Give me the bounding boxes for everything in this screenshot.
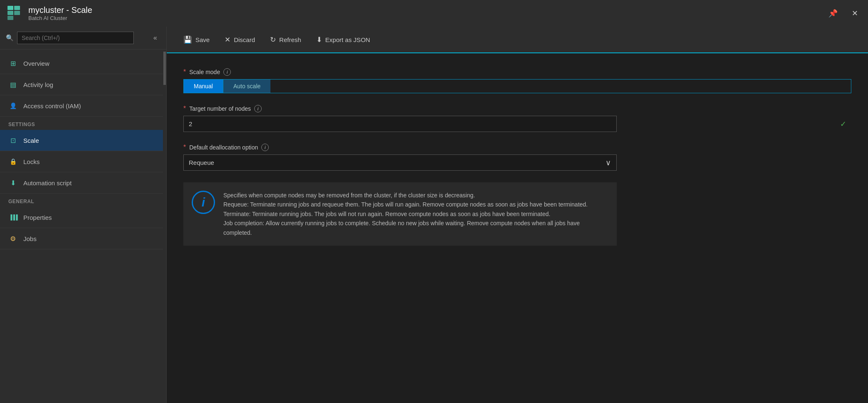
info-box-text: Specifies when compute nodes may be remo… — [223, 191, 608, 237]
scale-mode-info-icon[interactable]: i — [223, 68, 231, 76]
sidebar-item-label: Automation script — [23, 179, 72, 187]
discard-button[interactable]: ✕ Discard — [218, 30, 262, 49]
page-title: mycluster - Scale — [28, 5, 826, 15]
properties-icon — [8, 213, 18, 222]
target-nodes-info-icon[interactable]: i — [254, 105, 262, 112]
target-nodes-group: * Target number of nodes i ✓ — [183, 105, 851, 132]
sidebar-item-label: Locks — [23, 158, 40, 165]
page-subtitle: Batch AI Cluster — [28, 15, 826, 21]
svg-rect-4 — [14, 11, 20, 15]
target-nodes-input-wrap: ✓ — [183, 116, 851, 132]
sidebar-scrollbar[interactable] — [163, 52, 166, 403]
sidebar-item-label: Scale — [23, 137, 39, 144]
sidebar-item-jobs[interactable]: Jobs — [0, 228, 166, 249]
main-layout: 🔍 « Overview Activity log Access control… — [0, 27, 868, 403]
sidebar-item-automation-script[interactable]: Automation script — [0, 172, 166, 194]
auto-scale-button[interactable]: Auto scale — [223, 80, 270, 93]
sidebar-item-label: Access control (IAM) — [23, 102, 81, 109]
title-bar: mycluster - Scale Batch AI Cluster 📌 ✕ — [0, 0, 868, 27]
deallocation-dropdown[interactable]: Requeue Terminate Job completion — [183, 154, 617, 171]
sidebar-nav: Overview Activity log Access control (IA… — [0, 50, 166, 403]
sidebar-item-access-control[interactable]: Access control (IAM) — [0, 95, 166, 117]
locks-icon — [8, 157, 18, 166]
sidebar-scrollbar-thumb — [163, 52, 166, 85]
app-icon — [7, 5, 23, 22]
sidebar-item-label: Properties — [23, 214, 52, 221]
scale-mode-label-row: * Scale mode i — [183, 68, 851, 76]
title-bar-text: mycluster - Scale Batch AI Cluster — [28, 5, 826, 21]
settings-section-header: SETTINGS — [0, 117, 166, 130]
sidebar-item-label: Overview — [23, 60, 50, 67]
sidebar: 🔍 « Overview Activity log Access control… — [0, 27, 167, 403]
scale-mode-group: * Scale mode i Manual Auto scale — [183, 68, 851, 93]
sidebar-search-area: 🔍 « — [0, 27, 166, 50]
general-section-header: GENERAL — [0, 194, 166, 207]
pin-button[interactable]: 📌 — [826, 7, 840, 20]
target-nodes-label: Target number of nodes — [189, 105, 251, 112]
overview-icon — [8, 59, 18, 68]
title-bar-controls: 📌 ✕ — [826, 7, 861, 20]
manual-mode-button[interactable]: Manual — [184, 80, 223, 93]
sidebar-item-label: Activity log — [23, 81, 53, 88]
svg-rect-3 — [14, 6, 20, 10]
sidebar-item-activity-log[interactable]: Activity log — [0, 74, 166, 95]
required-indicator: * — [183, 105, 186, 112]
export-label: Export as JSON — [325, 36, 370, 43]
target-nodes-label-row: * Target number of nodes i — [183, 105, 851, 112]
scale-mode-toggle: Manual Auto scale — [183, 79, 851, 93]
sidebar-item-label: Jobs — [23, 235, 37, 242]
save-label: Save — [195, 36, 210, 43]
save-icon: 💾 — [183, 35, 192, 44]
toolbar: 💾 Save ✕ Discard ↻ Refresh ⬇ Export as J… — [167, 27, 868, 53]
access-icon — [8, 101, 18, 110]
refresh-icon: ↻ — [270, 35, 276, 44]
svg-rect-1 — [8, 11, 13, 15]
scale-mode-label: Scale mode — [189, 69, 220, 75]
sidebar-item-locks[interactable]: Locks — [0, 151, 166, 172]
export-button[interactable]: ⬇ Export as JSON — [310, 30, 377, 49]
required-indicator: * — [183, 68, 186, 76]
sidebar-item-properties[interactable]: Properties — [0, 207, 166, 228]
scale-icon — [8, 136, 18, 145]
save-button[interactable]: 💾 Save — [177, 30, 216, 49]
deallocation-dropdown-wrap: Requeue Terminate Job completion ∨ — [183, 154, 617, 171]
content-area: 💾 Save ✕ Discard ↻ Refresh ⬇ Export as J… — [167, 27, 868, 403]
automation-icon — [8, 178, 18, 187]
checkmark-icon: ✓ — [840, 119, 846, 129]
export-icon: ⬇ — [316, 35, 322, 44]
svg-rect-0 — [8, 6, 13, 10]
activity-log-icon — [8, 80, 18, 89]
sidebar-item-scale[interactable]: Scale — [0, 130, 166, 151]
discard-icon: ✕ — [225, 35, 230, 44]
refresh-button[interactable]: ↻ Refresh — [263, 30, 308, 49]
svg-rect-2 — [8, 16, 13, 20]
collapse-button[interactable]: « — [150, 32, 160, 43]
target-nodes-input[interactable] — [183, 116, 617, 132]
info-box: i Specifies when compute nodes may be re… — [183, 182, 617, 246]
search-icon: 🔍 — [6, 34, 14, 42]
discard-label: Discard — [234, 36, 255, 43]
refresh-label: Refresh — [279, 36, 301, 43]
jobs-icon — [8, 234, 18, 243]
search-input[interactable] — [17, 32, 134, 44]
info-box-icon: i — [192, 191, 215, 214]
sidebar-item-overview[interactable]: Overview — [0, 53, 166, 74]
required-indicator: * — [183, 144, 186, 151]
deallocation-group: * Default deallocation option i Requeue … — [183, 144, 851, 171]
form-area: * Scale mode i Manual Auto scale * Targe… — [167, 53, 868, 403]
deallocation-label: Default deallocation option — [189, 144, 258, 151]
deallocation-label-row: * Default deallocation option i — [183, 144, 851, 151]
close-button[interactable]: ✕ — [848, 7, 861, 20]
deallocation-info-icon[interactable]: i — [261, 144, 269, 151]
